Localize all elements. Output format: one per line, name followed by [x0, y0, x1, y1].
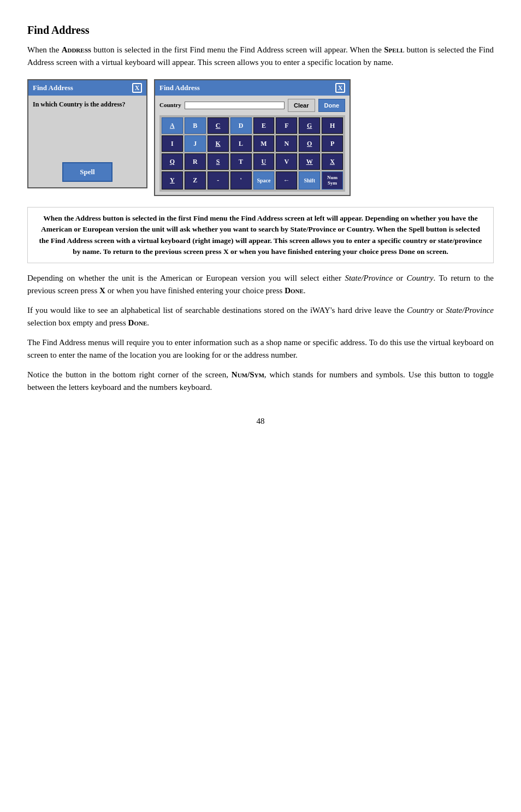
intro-paragraph: When the Address button is selected in t…	[27, 44, 494, 68]
paragraph5: Notice the button in the bottom right co…	[27, 369, 494, 393]
paragraph4: The Find Address menus will require you …	[27, 336, 494, 361]
key-s[interactable]: S	[208, 153, 229, 170]
screen-right-close[interactable]: X	[335, 83, 345, 93]
done-button[interactable]: Done	[318, 99, 346, 112]
page-number: 48	[27, 415, 494, 428]
key-apostrophe[interactable]: '	[230, 171, 252, 190]
key-u[interactable]: U	[253, 153, 275, 170]
key-backspace[interactable]: ←	[276, 171, 297, 190]
key-shift[interactable]: Shift	[299, 171, 320, 190]
key-k[interactable]: K	[208, 135, 229, 152]
key-j[interactable]: J	[185, 135, 206, 152]
screen-left-title: Find Address	[33, 82, 73, 93]
key-v[interactable]: V	[276, 153, 297, 170]
country-label: Country	[159, 100, 181, 110]
key-y[interactable]: Y	[162, 171, 183, 190]
key-b[interactable]: B	[185, 117, 206, 134]
paragraph3: If you would like to see an alphabetical…	[27, 304, 494, 329]
key-e[interactable]: E	[253, 117, 275, 134]
key-p[interactable]: P	[322, 135, 343, 152]
key-x[interactable]: X	[322, 153, 343, 170]
key-d[interactable]: D	[230, 117, 252, 134]
key-dash[interactable]: -	[208, 171, 229, 190]
key-numsym[interactable]: NumSym	[322, 171, 343, 190]
paragraph2: Depending on whether the unit is the Ame…	[27, 272, 494, 297]
screen-left-close[interactable]: X	[132, 83, 142, 93]
screen-left-body: In which Country is the address?	[28, 96, 146, 114]
key-l[interactable]: L	[230, 135, 252, 152]
screen-right-title: Find Address	[159, 82, 200, 93]
screenshots-container: Find Address X In which Country is the a…	[27, 79, 494, 196]
key-w[interactable]: W	[299, 153, 320, 170]
screen-right-header: Find Address X	[155, 80, 350, 96]
key-m[interactable]: M	[253, 135, 275, 152]
key-h[interactable]: H	[322, 117, 343, 134]
virtual-keyboard: A B C D E F G H I J K L M N O P Q R S	[159, 115, 345, 192]
key-space[interactable]: Space	[253, 171, 275, 190]
key-q[interactable]: Q	[162, 153, 183, 170]
key-o[interactable]: O	[299, 135, 320, 152]
caption-text: When the Address button is selected in t…	[39, 214, 482, 256]
caption-block: When the Address button is selected in t…	[27, 207, 494, 263]
key-f[interactable]: F	[276, 117, 297, 134]
key-c[interactable]: C	[208, 117, 229, 134]
screen-left: Find Address X In which Country is the a…	[27, 79, 147, 188]
key-a[interactable]: A	[162, 117, 183, 134]
clear-button[interactable]: Clear	[288, 99, 315, 112]
country-row: Country Clear Done	[159, 99, 345, 112]
screen-right-body: Country Clear Done A B C D E F G H I	[155, 96, 350, 195]
key-r[interactable]: R	[185, 153, 206, 170]
screen-right: Find Address X Country Clear Done A B C …	[154, 79, 351, 196]
screen-left-header: Find Address X	[28, 80, 146, 96]
spell-button[interactable]: Spell	[62, 162, 112, 182]
country-input[interactable]	[185, 102, 285, 109]
key-z[interactable]: Z	[185, 171, 206, 190]
key-t[interactable]: T	[230, 153, 252, 170]
page-title: Find Address	[27, 22, 494, 38]
key-g[interactable]: G	[299, 117, 320, 134]
key-n[interactable]: N	[276, 135, 297, 152]
key-i[interactable]: I	[162, 135, 183, 152]
